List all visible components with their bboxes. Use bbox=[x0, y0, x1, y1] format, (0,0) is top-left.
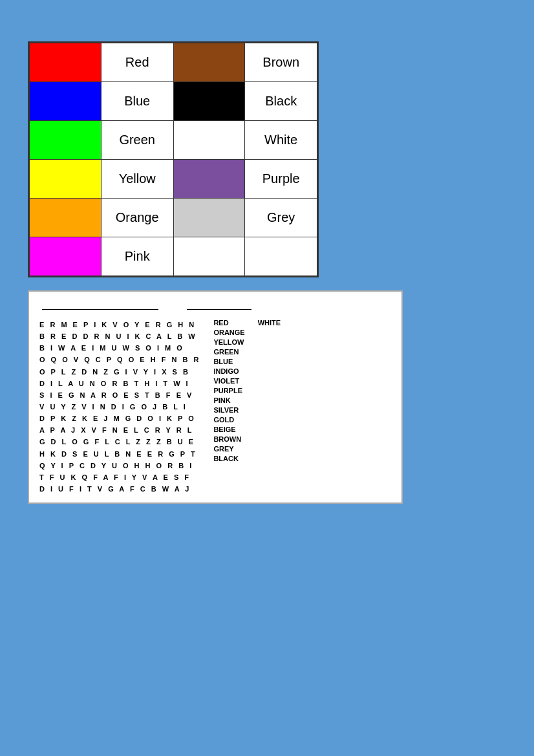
grid-row: H K D S E U L B N E E R G P T bbox=[39, 448, 200, 460]
color-cell-0-1: Red bbox=[101, 43, 173, 82]
grid-row: G D L O G F L C L Z Z Z B U E bbox=[39, 436, 200, 448]
color-cell-3-3: Purple bbox=[245, 160, 317, 199]
color-cell-3-1: Yellow bbox=[101, 160, 173, 199]
color-cell-2-1: Green bbox=[101, 121, 173, 160]
grid-row: E R M E P I K V O Y E R G H N bbox=[39, 319, 200, 330]
color-cell-0-2 bbox=[173, 43, 245, 82]
word-grid: E R M E P I K V O Y E R G H NB R E D D R… bbox=[39, 319, 200, 495]
grid-row: O P L Z D N Z G I V Y I X S B bbox=[39, 366, 200, 378]
color-table-container: RedBrownBlueBlackGreenWhiteYellowPurpleO… bbox=[28, 41, 319, 277]
word-item: PURPLE bbox=[213, 387, 244, 394]
name-field bbox=[39, 299, 158, 310]
word-list: REDORANGEYELLOWGREENBLUEINDIGOVIOLETPURP… bbox=[213, 319, 281, 495]
word-item: BLUE bbox=[213, 358, 244, 365]
color-cell-1-2 bbox=[173, 82, 245, 121]
color-cell-5-0 bbox=[30, 237, 101, 276]
color-cell-4-2 bbox=[173, 199, 245, 237]
word-item: ORANGE bbox=[213, 329, 244, 336]
grid-row: D I L A U N O R B T H I T W I bbox=[39, 378, 200, 389]
page: RedBrownBlueBlackGreenWhiteYellowPurpleO… bbox=[21, 26, 513, 730]
date-field bbox=[184, 299, 251, 310]
name-date-row bbox=[39, 299, 391, 310]
word-item: GREEN bbox=[213, 348, 244, 356]
grid-row: B R E D D R N U I K C A L B W bbox=[39, 330, 200, 342]
color-cell-5-1: Pink bbox=[101, 237, 173, 276]
word-item: WHITE bbox=[258, 319, 281, 327]
wordsearch-body: E R M E P I K V O Y E R G H NB R E D D R… bbox=[39, 319, 391, 495]
color-cell-0-3: Brown bbox=[245, 43, 317, 82]
word-item: SILVER bbox=[213, 406, 244, 414]
word-item: YELLOW bbox=[213, 338, 244, 346]
wordsearch-container: E R M E P I K V O Y E R G H NB R E D D R… bbox=[28, 290, 403, 504]
color-cell-3-2 bbox=[173, 160, 245, 199]
word-item: RED bbox=[213, 319, 244, 327]
color-table: RedBrownBlueBlackGreenWhiteYellowPurpleO… bbox=[29, 43, 317, 276]
word-item: INDIGO bbox=[213, 367, 244, 375]
grid-row: A P A J X V F N E L C R Y R L bbox=[39, 424, 200, 436]
color-cell-1-1: Blue bbox=[101, 82, 173, 121]
word-item: BROWN bbox=[213, 435, 244, 443]
date-underline bbox=[187, 299, 251, 310]
grid-row: O Q O V Q C P Q O E H F N B R bbox=[39, 354, 200, 365]
word-item: BEIGE bbox=[213, 426, 244, 433]
word-item: GREY bbox=[213, 445, 244, 453]
word-item: VIOLET bbox=[213, 377, 244, 385]
color-cell-2-2 bbox=[173, 121, 245, 160]
color-cell-2-0 bbox=[30, 121, 101, 160]
color-cell-1-0 bbox=[30, 82, 101, 121]
grid-row: T F U K Q F A F I Y V A E S F bbox=[39, 471, 200, 483]
grid-row: D I U F I T V G A F C B W A J bbox=[39, 483, 200, 495]
color-cell-5-2 bbox=[173, 237, 245, 276]
word-item: PINK bbox=[213, 396, 244, 404]
color-cell-4-3: Grey bbox=[245, 199, 317, 237]
color-cell-2-3: White bbox=[245, 121, 317, 160]
word-item: BLACK bbox=[213, 455, 244, 462]
color-cell-4-1: Orange bbox=[101, 199, 173, 237]
word-item: GOLD bbox=[213, 416, 244, 424]
grid-row: B I W A E I M U W S O I M O bbox=[39, 342, 200, 354]
word-list-cols: REDORANGEYELLOWGREENBLUEINDIGOVIOLETPURP… bbox=[213, 319, 281, 462]
grid-row: D P K Z K E J M G D O I K P O bbox=[39, 413, 200, 424]
word-list-col2: WHITE bbox=[258, 319, 281, 462]
word-list-col1: REDORANGEYELLOWGREENBLUEINDIGOVIOLETPURP… bbox=[213, 319, 244, 462]
grid-row: V U Y Z V I N D I G O J B L I bbox=[39, 401, 200, 413]
color-cell-3-0 bbox=[30, 160, 101, 199]
color-cell-0-0 bbox=[30, 43, 101, 82]
name-underline bbox=[42, 299, 158, 310]
color-cell-1-3: Black bbox=[245, 82, 317, 121]
grid-row: Q Y I P C D Y U O H H O R B I bbox=[39, 460, 200, 471]
grid-row: S I E G N A R O E S T B F E V bbox=[39, 389, 200, 401]
color-cell-4-0 bbox=[30, 199, 101, 237]
color-cell-5-3 bbox=[245, 237, 317, 276]
